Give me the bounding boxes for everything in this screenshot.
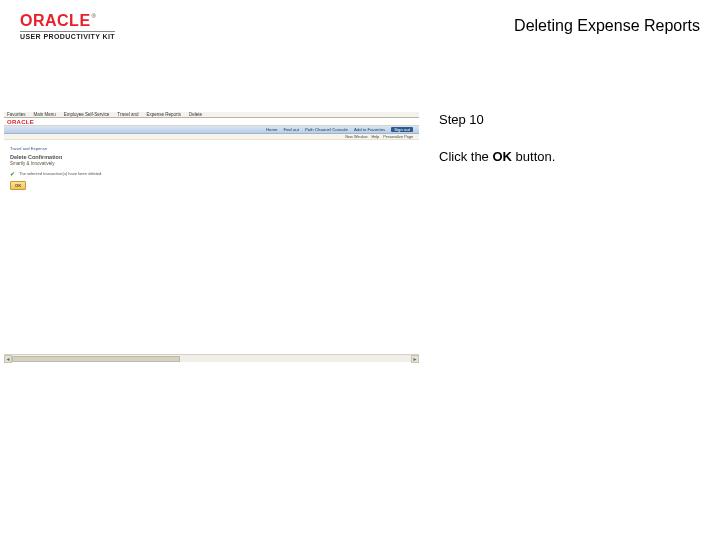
tab-item: Travel and <box>117 112 138 117</box>
horizontal-scrollbar[interactable]: ◄ ► <box>4 354 419 362</box>
scroll-left-icon[interactable]: ◄ <box>4 355 12 363</box>
subbar-item: Personalize Page <box>383 135 413 139</box>
tab-item: Favorites <box>7 112 26 117</box>
instruction-suffix: button. <box>512 149 555 164</box>
nav-item: Add to Favorites <box>354 127 385 132</box>
screenshot-content: Travel and Expense Delete Confirmation S… <box>4 140 419 196</box>
tab-item: Expense Reports <box>146 112 181 117</box>
logo-trademark: ® <box>92 13 97 19</box>
product-line: USER PRODUCTIVITY KIT <box>20 33 115 40</box>
nav-item: Path Channel Console <box>305 127 348 132</box>
subbar-item: Help <box>371 135 379 139</box>
tab-item: Main Menu <box>34 112 56 117</box>
logo-divider <box>20 31 115 32</box>
step-label: Step 10 <box>439 112 708 127</box>
scroll-track[interactable] <box>12 355 411 363</box>
breadcrumb: Travel and Expense <box>10 146 413 151</box>
confirm-message: The selected transaction(s) have been de… <box>19 171 102 176</box>
header: ORACLE® USER PRODUCTIVITY KIT Deleting E… <box>0 0 720 52</box>
ok-button[interactable]: OK <box>10 181 26 190</box>
checkmark-icon: ✔ <box>10 170 15 177</box>
screenshot-nav: Home Find out Path Channel Console Add t… <box>4 126 419 134</box>
logo-text: ORACLE <box>20 12 91 29</box>
scroll-thumb[interactable] <box>12 356 180 362</box>
screenshot-column: Favorites Main Menu Employee Self-Servic… <box>4 112 429 362</box>
oracle-logo: ORACLE® USER PRODUCTIVITY KIT <box>20 13 115 40</box>
embedded-screenshot: Favorites Main Menu Employee Self-Servic… <box>4 112 419 362</box>
instruction-column: Step 10 Click the OK button. <box>429 112 720 362</box>
body-row: Favorites Main Menu Employee Self-Servic… <box>0 52 720 362</box>
content-heading: Delete Confirmation <box>10 154 413 160</box>
nav-item-signout: Sign out <box>391 127 413 132</box>
oracle-wordmark: ORACLE® <box>20 13 115 29</box>
mini-oracle-logo: ORACLE <box>7 119 34 125</box>
instruction-prefix: Click the <box>439 149 492 164</box>
page-title: Deleting Expense Reports <box>514 17 700 35</box>
tab-item: Employee Self-Service <box>64 112 110 117</box>
instruction-text: Click the OK button. <box>439 149 708 164</box>
scroll-right-icon[interactable]: ► <box>411 355 419 363</box>
nav-item: Find out <box>283 127 299 132</box>
subbar-item: New Window <box>345 135 367 139</box>
page: ORACLE® USER PRODUCTIVITY KIT Deleting E… <box>0 0 720 540</box>
tab-item: Delete <box>189 112 202 117</box>
nav-item: Home <box>266 127 277 132</box>
screenshot-logo-row: ORACLE <box>4 118 419 126</box>
confirm-row: ✔ The selected transaction(s) have been … <box>10 170 413 177</box>
instruction-bold: OK <box>492 149 512 164</box>
content-subheading: Smartly & Innovatively <box>10 161 413 166</box>
